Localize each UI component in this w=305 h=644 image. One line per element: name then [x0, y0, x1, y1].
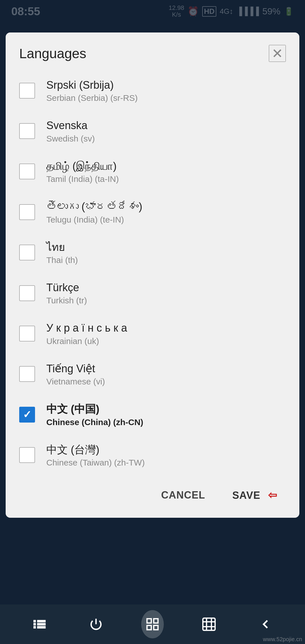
- svg-rect-7: [154, 619, 158, 623]
- languages-dialog: Languages ✕ Srpski (Srbija) Serbian (Ser…: [6, 32, 299, 518]
- checkbox-tamil[interactable]: [19, 164, 35, 179]
- svg-rect-0: [33, 620, 36, 623]
- save-label: SAVE: [232, 489, 260, 501]
- lang-text-tamil: தமிழ் (இந்தியா) Tamil (India) (ta-IN): [46, 159, 119, 184]
- watermark: www.52pojie.cn: [263, 636, 302, 643]
- lang-name-vietnamese: Tiếng Việt: [46, 362, 105, 376]
- save-button[interactable]: SAVE ⇦: [219, 481, 291, 509]
- svg-rect-2: [33, 626, 36, 629]
- checkbox-ukrainian[interactable]: [19, 326, 35, 341]
- lang-name-thai: ไทย: [46, 240, 78, 254]
- dialog-header: Languages ✕: [6, 32, 299, 70]
- lang-text-telugu: తెలుగు (భారతదేశం) Telugu (India) (te-IN): [46, 200, 142, 224]
- lang-sub-turkish: Turkish (tr): [46, 296, 87, 305]
- lang-sub-zh-tw: Chinese (Taiwan) (zh-TW): [46, 458, 145, 467]
- checkbox-svenska[interactable]: [19, 123, 35, 139]
- lang-sub-vietnamese: Vietnamese (vi): [46, 377, 105, 386]
- save-arrow-icon: ⇦: [268, 489, 277, 501]
- language-item-zh-cn[interactable]: ✓ 中文 (中国) Chinese (China) (zh-CN): [19, 394, 286, 435]
- lang-name-zh-cn: 中文 (中国): [46, 402, 143, 416]
- lang-name-telugu: తెలుగు (భారతదేశం): [46, 200, 142, 214]
- language-item-vietnamese[interactable]: Tiếng Việt Vietnamese (vi): [19, 354, 286, 394]
- lang-name-tamil: தமிழ் (இந்தியா): [46, 159, 119, 173]
- dialog-footer: CANCEL SAVE ⇦: [6, 475, 299, 518]
- checkbox-telugu[interactable]: [19, 204, 35, 220]
- language-item-telugu[interactable]: తెలుగు (భారతదేశం) Telugu (India) (te-IN): [19, 192, 286, 232]
- lang-text-srpski: Srpski (Srbija) Serbian (Serbia) (sr-RS): [46, 78, 138, 103]
- lang-text-ukrainian: У к р а ї н с ь к а Ukrainian (uk): [46, 321, 127, 346]
- checkbox-turkish[interactable]: [19, 285, 35, 301]
- language-item-thai[interactable]: ไทย Thai (th): [19, 232, 286, 273]
- checkbox-thai[interactable]: [19, 245, 35, 260]
- nav-home-button[interactable]: [141, 613, 164, 636]
- lang-sub-tamil: Tamil (India) (ta-IN): [46, 174, 119, 184]
- language-list: Srpski (Srbija) Serbian (Serbia) (sr-RS)…: [6, 70, 299, 475]
- language-item-ukrainian[interactable]: У к р а ї н с ь к а Ukrainian (uk): [19, 313, 286, 354]
- language-item-tamil[interactable]: தமிழ் (இந்தியா) Tamil (India) (ta-IN): [19, 151, 286, 192]
- svg-rect-8: [147, 625, 151, 630]
- lang-text-zh-tw: 中文 (台灣) Chinese (Taiwan) (zh-TW): [46, 443, 145, 467]
- lang-text-turkish: Türkçe Turkish (tr): [46, 281, 87, 305]
- checkbox-zh-cn[interactable]: ✓: [19, 407, 35, 423]
- lang-sub-svenska: Swedish (sv): [46, 134, 95, 143]
- lang-sub-srpski: Serbian (Serbia) (sr-RS): [46, 93, 138, 103]
- lang-text-thai: ไทย Thai (th): [46, 240, 78, 265]
- svg-rect-3: [37, 620, 45, 623]
- lang-sub-ukrainian: Ukrainian (uk): [46, 336, 127, 346]
- lang-sub-zh-cn: Chinese (China) (zh-CN): [46, 417, 143, 427]
- checkbox-zh-tw[interactable]: [19, 447, 35, 463]
- lang-name-zh-tw: 中文 (台灣): [46, 443, 145, 457]
- language-item-zh-tw[interactable]: 中文 (台灣) Chinese (Taiwan) (zh-TW): [19, 435, 286, 475]
- checkbox-srpski[interactable]: [19, 83, 35, 99]
- cancel-button[interactable]: CANCEL: [148, 481, 219, 509]
- svg-rect-4: [37, 623, 45, 626]
- nav-power-icon[interactable]: [85, 613, 107, 636]
- svg-rect-5: [37, 626, 45, 629]
- close-button[interactable]: ✕: [269, 45, 286, 62]
- nav-bar: [0, 604, 305, 644]
- language-item-srpski[interactable]: Srpski (Srbija) Serbian (Serbia) (sr-RS): [19, 70, 286, 111]
- dialog-title: Languages: [19, 46, 86, 61]
- svg-rect-9: [154, 625, 158, 630]
- nav-back-icon[interactable]: [254, 613, 277, 636]
- lang-name-srpski: Srpski (Srbija): [46, 78, 138, 92]
- svg-rect-10: [203, 618, 215, 630]
- lang-text-zh-cn: 中文 (中国) Chinese (China) (zh-CN): [46, 402, 143, 427]
- nav-grid-icon[interactable]: [198, 613, 220, 636]
- lang-name-svenska: Svenska: [46, 119, 95, 132]
- nav-menu-icon[interactable]: [28, 613, 51, 636]
- language-item-turkish[interactable]: Türkçe Turkish (tr): [19, 273, 286, 313]
- checkmark-zh-cn: ✓: [23, 409, 31, 421]
- lang-text-vietnamese: Tiếng Việt Vietnamese (vi): [46, 362, 105, 386]
- checkbox-vietnamese[interactable]: [19, 366, 35, 382]
- lang-name-ukrainian: У к р а ї н с ь к а: [46, 321, 127, 335]
- svg-rect-6: [147, 619, 151, 623]
- lang-sub-thai: Thai (th): [46, 255, 78, 265]
- svg-rect-1: [33, 623, 36, 626]
- lang-text-svenska: Svenska Swedish (sv): [46, 119, 95, 143]
- language-item-svenska[interactable]: Svenska Swedish (sv): [19, 111, 286, 151]
- lang-sub-telugu: Telugu (India) (te-IN): [46, 215, 142, 225]
- lang-name-turkish: Türkçe: [46, 281, 87, 295]
